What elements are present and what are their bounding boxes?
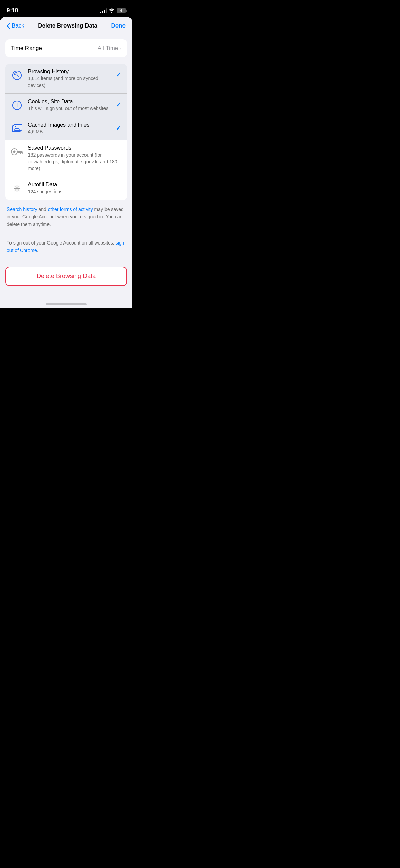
info-text-2: To sign out of your Google Account on al… [7, 239, 126, 254]
autofill-text: Autofill Data 124 suggestions [28, 182, 121, 195]
status-bar: 9:10 4 [0, 0, 132, 17]
cached-images-subtitle: 4,6 MB [28, 129, 111, 135]
time-range-card[interactable]: Time Range All Time › [5, 39, 127, 57]
time-range-selected: All Time [98, 45, 118, 52]
svg-point-7 [13, 151, 16, 153]
home-bar [46, 303, 87, 305]
search-history-link[interactable]: Search history [7, 206, 37, 212]
back-label: Back [12, 22, 24, 29]
browsing-history-icon [11, 69, 23, 82]
other-activity-link[interactable]: other forms of activity [48, 206, 93, 212]
status-time: 9:10 [7, 7, 18, 14]
cookies-title: Cookies, Site Data [28, 98, 111, 105]
cookies-check: ✓ [116, 101, 121, 109]
saved-passwords-text: Saved Passwords 182 passwords in your ac… [28, 145, 121, 172]
page-title: Delete Browsing Data [38, 22, 97, 29]
cached-images-title: Cached Images and Files [28, 122, 111, 128]
time-range-chevron-icon: › [119, 45, 121, 52]
home-indicator [0, 296, 132, 308]
main-content: Back Delete Browsing Data Done Time Rang… [0, 17, 132, 308]
time-range-label: Time Range [11, 45, 42, 52]
done-button[interactable]: Done [111, 22, 126, 29]
autofill-subtitle: 124 suggestions [28, 188, 121, 195]
cached-images-icon [11, 123, 23, 135]
wifi-icon [109, 8, 115, 13]
saved-passwords-subtitle: 182 passwords in your account (for ciitw… [28, 152, 121, 172]
svg-rect-10 [22, 152, 23, 154]
svg-rect-4 [14, 124, 22, 130]
list-item[interactable]: Cached Images and Files 4,6 MB ✓ [5, 117, 127, 141]
time-range-row[interactable]: Time Range All Time › [5, 39, 127, 57]
list-item[interactable]: Autofill Data 124 suggestions [5, 177, 127, 200]
nav-bar: Back Delete Browsing Data Done [0, 17, 132, 33]
browsing-history-subtitle: 1,614 items (and more on synced devices) [28, 75, 111, 89]
svg-rect-9 [20, 152, 21, 154]
list-item[interactable]: Browsing History 1,614 items (and more o… [5, 64, 127, 94]
cached-images-text: Cached Images and Files 4,6 MB [28, 122, 111, 135]
cookies-text: Cookies, Site Data This will sign you ou… [28, 98, 111, 112]
back-chevron-icon [7, 23, 10, 29]
list-item[interactable]: i Cookies, Site Data This will sign you … [5, 94, 127, 117]
time-range-value: All Time › [98, 45, 121, 52]
saved-passwords-title: Saved Passwords [28, 145, 121, 151]
cached-images-check: ✓ [116, 124, 121, 132]
status-icons: 4 [100, 8, 126, 13]
autofill-title: Autofill Data [28, 182, 121, 188]
saved-passwords-icon [11, 146, 23, 158]
delete-browsing-data-button[interactable]: Delete Browsing Data [5, 267, 127, 286]
cookies-subtitle: This will sign you out of most websites. [28, 105, 111, 112]
back-button[interactable]: Back [7, 22, 24, 29]
cookies-icon: i [11, 99, 23, 111]
browsing-history-title: Browsing History [28, 69, 111, 75]
delete-btn-container: Delete Browsing Data [5, 267, 127, 286]
items-card: Browsing History 1,614 items (and more o… [5, 64, 127, 200]
sign-out-chrome-link[interactable]: sign out of Chrome [7, 240, 124, 253]
battery-icon: 4 [117, 8, 126, 13]
browsing-history-text: Browsing History 1,614 items (and more o… [28, 69, 111, 89]
list-item[interactable]: Saved Passwords 182 passwords in your ac… [5, 140, 127, 177]
info-text-1: Search history and other forms of activi… [7, 205, 126, 228]
browsing-history-check: ✓ [116, 71, 121, 79]
svg-text:i: i [16, 102, 18, 108]
signal-icon [100, 8, 107, 13]
svg-point-5 [15, 126, 16, 127]
autofill-icon [11, 182, 23, 195]
